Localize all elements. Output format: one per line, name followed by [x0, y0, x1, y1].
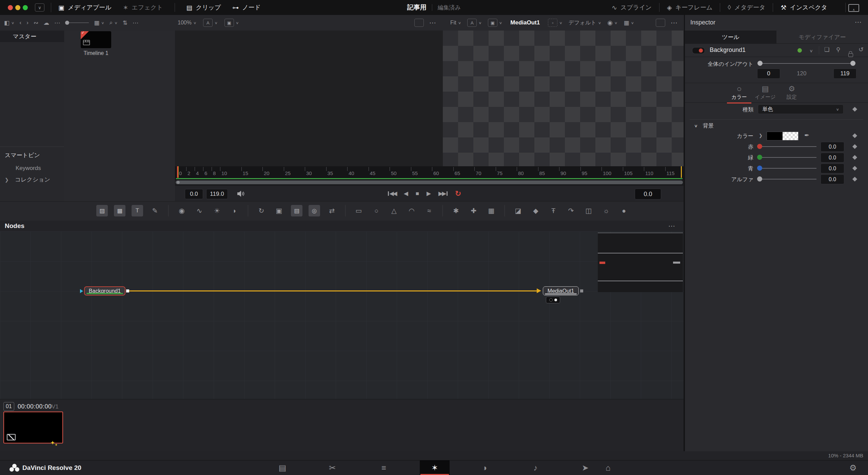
- stop-button[interactable]: ■: [416, 190, 419, 197]
- right-viewer-expand-icon[interactable]: [656, 19, 665, 27]
- keyframe-diamond-icon[interactable]: [852, 144, 857, 149]
- bin-collections[interactable]: ❯ コレクション: [5, 176, 50, 184]
- keyframe-diamond-icon[interactable]: [852, 166, 857, 171]
- right-viewer-more-icon[interactable]: ⋯: [671, 19, 678, 27]
- pin-icon[interactable]: ⚲: [836, 46, 840, 53]
- range-out-field[interactable]: 119: [833, 69, 856, 79]
- lock-icon[interactable]: [848, 53, 853, 57]
- slider-alpha-value[interactable]: 0.0: [821, 174, 844, 184]
- section-background-label[interactable]: 背景: [703, 122, 714, 130]
- node-color-chevron-icon[interactable]: ∨: [809, 49, 813, 53]
- grid-overlay-icon[interactable]: ▦∨: [624, 19, 634, 26]
- cloud-icon[interactable]: ☁: [43, 19, 49, 26]
- current-frame-thumbnail[interactable]: [3, 412, 63, 443]
- range-in-field[interactable]: 0.0: [185, 189, 203, 199]
- audio-mute-icon[interactable]: [237, 190, 245, 199]
- paint-tool-icon[interactable]: ✎: [149, 205, 161, 216]
- node-enable-toggle[interactable]: [692, 47, 705, 54]
- range-handle-out[interactable]: [850, 61, 855, 66]
- mediaout1-output-connector[interactable]: [580, 289, 583, 292]
- node-connection-wire[interactable]: [129, 290, 537, 291]
- slider-green-track[interactable]: [760, 157, 816, 158]
- guide-overlay-select[interactable]: ▫∨: [548, 19, 563, 27]
- nav-forward-icon[interactable]: ›: [26, 19, 28, 26]
- left-viewer-options-select[interactable]: ▣∨: [224, 19, 239, 27]
- slider-blue-track[interactable]: [760, 168, 816, 169]
- slider-red-track[interactable]: [760, 146, 816, 147]
- keyframe-diamond-icon[interactable]: [852, 107, 857, 112]
- color-swatch[interactable]: [767, 132, 798, 140]
- bin-master[interactable]: マスター: [0, 31, 64, 42]
- delta-keyer-tool-icon[interactable]: ◎: [309, 205, 320, 216]
- nav-back-icon[interactable]: ‹: [20, 19, 22, 26]
- camera-3d-tool-icon[interactable]: ◫: [583, 205, 594, 216]
- range-out-field[interactable]: 119.0: [206, 189, 228, 199]
- matte-control-tool-icon[interactable]: ▤: [291, 205, 302, 216]
- project-title[interactable]: 記事用: [407, 3, 427, 12]
- timeline-clip-label[interactable]: Timeline 1: [71, 50, 121, 56]
- page-fairlight-icon[interactable]: ♪: [528, 460, 543, 475]
- range-handle-in[interactable]: [757, 61, 763, 66]
- current-frame-field[interactable]: 0.0: [635, 189, 661, 200]
- fast-noise-tool-icon[interactable]: ▩: [114, 205, 125, 216]
- node-background1[interactable]: Background1: [84, 286, 125, 296]
- settings-gear-icon[interactable]: ⚙: [849, 463, 857, 473]
- range-slider-track[interactable]: [760, 63, 855, 64]
- bspline-mask-tool-icon[interactable]: ◠: [406, 205, 417, 216]
- shape-3d-tool-icon[interactable]: ◆: [530, 205, 541, 216]
- left-viewer-channel-select[interactable]: A∨: [203, 19, 218, 27]
- right-viewer-zoom-select[interactable]: Fit∨: [450, 20, 461, 26]
- particle-emitter-tool-icon[interactable]: ✱: [450, 205, 462, 216]
- page-edit-icon[interactable]: ≡: [376, 460, 391, 475]
- viewer-assign-buttons[interactable]: [546, 297, 560, 303]
- color-curves-tool-icon[interactable]: ∿: [194, 205, 205, 216]
- nodes-more-options-icon[interactable]: ⋯: [668, 222, 675, 230]
- go-to-last-frame-button[interactable]: ▶▶: [438, 190, 448, 197]
- slider-green-value[interactable]: 0.0: [821, 153, 844, 163]
- tab-color[interactable]: ◌カラー: [727, 84, 751, 100]
- page-cut-icon[interactable]: ✂: [325, 460, 340, 475]
- remote-monitor-icon[interactable]: ∧: [848, 4, 859, 12]
- more-options-icon-2[interactable]: ⋯: [133, 19, 138, 26]
- spot-light-3d-tool-icon[interactable]: ☼: [600, 205, 612, 216]
- background-tool-icon[interactable]: ▨: [96, 205, 108, 216]
- color-corrector-tool-icon[interactable]: ◉: [176, 205, 188, 216]
- keyframe-diamond-icon[interactable]: [852, 133, 857, 138]
- play-reverse-button[interactable]: ◀: [404, 190, 408, 197]
- left-viewer-expand-icon[interactable]: [414, 19, 424, 27]
- quick-export-icon[interactable]: ∨: [35, 3, 44, 12]
- section-collapse-icon[interactable]: ∨: [694, 124, 698, 128]
- slider-blue-value[interactable]: 0.0: [821, 164, 844, 173]
- tab-effects[interactable]: ✶エフェクト: [123, 3, 163, 12]
- lut-select[interactable]: デフォルト∨: [569, 19, 601, 26]
- minimize-window-button[interactable]: [15, 5, 20, 10]
- tab-spline[interactable]: ∿スプライン: [612, 3, 652, 12]
- node-color-dot[interactable]: [797, 48, 802, 53]
- keyframe-diamond-icon[interactable]: [852, 177, 857, 182]
- sort-icon[interactable]: ⇅: [123, 19, 127, 26]
- renderer-3d-tool-icon[interactable]: ●: [618, 205, 630, 216]
- page-deliver-icon[interactable]: ➤: [578, 460, 593, 475]
- left-viewer-zoom-select[interactable]: 100%∨: [178, 20, 196, 26]
- slider-blue-handle[interactable]: [757, 166, 762, 171]
- slider-handle[interactable]: [65, 21, 69, 25]
- tab-keyframes[interactable]: ◈キーフレーム: [667, 3, 712, 12]
- right-viewer-transparent-checkerboard[interactable]: [443, 31, 684, 166]
- ellipse-mask-tool-icon[interactable]: ○: [371, 205, 382, 216]
- zoom-window-button[interactable]: [23, 5, 28, 10]
- eyedropper-icon[interactable]: ✒: [804, 132, 809, 139]
- right-viewer-options-select[interactable]: ▣∨: [488, 19, 502, 27]
- loop-button[interactable]: ↻: [455, 189, 461, 198]
- slider-alpha-handle[interactable]: [757, 176, 762, 182]
- more-options-icon[interactable]: ⋯: [54, 19, 60, 26]
- color-viewer-icon[interactable]: ◉∨: [607, 19, 617, 26]
- time-ruler[interactable]: 0246810152025303540455055606570758085909…: [175, 166, 684, 180]
- tab-settings[interactable]: ⚙設定: [780, 84, 804, 100]
- brightness-contrast-tool-icon[interactable]: ☀: [211, 205, 223, 216]
- viewer1-dot[interactable]: [549, 298, 553, 302]
- search-icon[interactable]: ⌕∨: [110, 19, 118, 26]
- thumbnail-size-slider[interactable]: [65, 21, 89, 25]
- tab-tools[interactable]: ツール: [685, 31, 776, 43]
- slider-red-handle[interactable]: [757, 144, 762, 149]
- node-graph-minimap[interactable]: [598, 233, 683, 292]
